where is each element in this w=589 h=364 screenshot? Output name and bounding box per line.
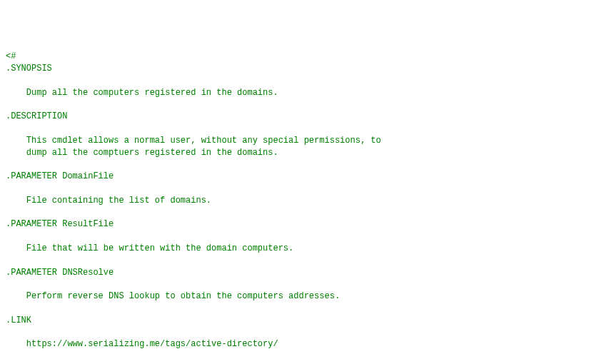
blank [6,231,583,243]
synopsis-header: .SYNOPSIS [6,63,583,75]
synopsis-text: Dump all the computers registered in the… [6,87,583,99]
blank [6,278,583,290]
blank [6,98,583,111]
param-dnsresolve-text: Perform reverse DNS lookup to obtain the… [6,290,583,303]
blank [6,158,583,171]
blank [6,207,583,219]
description-text-1: This cmdlet allows a normal user, withou… [6,135,583,147]
blank [6,123,583,135]
comment-open: <# [6,51,583,63]
param-dnsresolve-header: .PARAMETER DNSResolve [6,267,583,279]
description-header: .DESCRIPTION [6,111,583,123]
blank [6,303,583,315]
blank [6,75,583,87]
description-text-2: dump all the comptuers registered in the… [6,147,583,159]
param-resultfile-text: File that will be written with the domai… [6,243,583,255]
link-header: .LINK [6,315,583,327]
param-domainfile-header: .PARAMETER DomainFile [6,171,583,183]
code-block: <#.SYNOPSIS Dump all the computers regis… [6,51,583,364]
blank [6,183,583,195]
blank [6,327,583,339]
param-resultfile-header: .PARAMETER ResultFile [6,218,583,231]
param-domainfile-text: File containing the list of domains. [6,195,583,207]
blank [6,255,583,267]
blank [6,350,583,363]
link-text: https://www.serializing.me/tags/active-d… [6,338,583,350]
